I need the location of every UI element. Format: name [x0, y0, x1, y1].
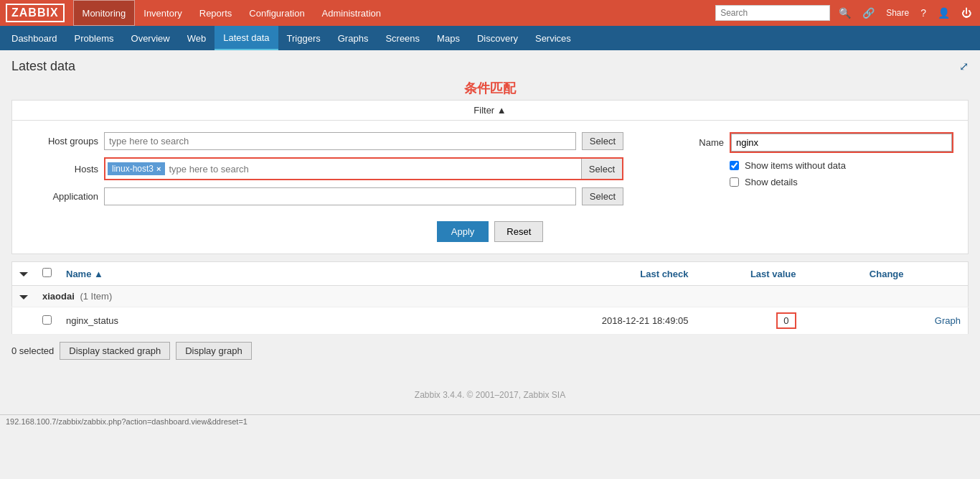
subnav-discovery[interactable]: Discovery — [468, 26, 527, 50]
subnav-services[interactable]: Services — [527, 26, 580, 50]
subnav-dashboard[interactable]: Dashboard — [3, 26, 66, 50]
search-input[interactable] — [715, 5, 830, 21]
hosts-select-button[interactable]: Select — [581, 159, 622, 179]
share-label: Share — [883, 8, 912, 18]
name-field-wrapper — [730, 132, 953, 153]
group-name-cell: xiaodai (1 Item) — [35, 286, 969, 307]
row-last-check: 2018-12-21 18:49:05 — [552, 307, 696, 335]
hosts-row: Hosts linux-host3 × Select — [27, 157, 623, 180]
logo[interactable]: ZABBIX — [6, 4, 65, 22]
subnav-graphs[interactable]: Graphs — [329, 26, 377, 50]
col-action-header — [911, 262, 969, 286]
filter-left: Host groups Select Hosts linux-host3 × — [27, 132, 623, 213]
hosts-field-wrapper: linux-host3 × Select — [104, 157, 623, 180]
name-header-label: Name ▲ — [66, 269, 103, 279]
value-highlighted-0: 0 — [776, 312, 796, 329]
filter-right: Name Show items without data Show detail… — [652, 132, 953, 213]
name-label: Name — [652, 137, 724, 148]
reset-button[interactable]: Reset — [494, 221, 543, 242]
footer-text: Zabbix 3.4.4. © 2001–2017, Zabbix SIA — [415, 390, 565, 400]
group-count: (1 Item) — [80, 291, 112, 302]
filter-actions: Apply Reset — [27, 221, 953, 242]
hosts-search-input[interactable] — [167, 162, 578, 176]
expand-icon[interactable]: ⤢ — [959, 60, 969, 73]
application-input[interactable] — [104, 187, 576, 205]
page-title-row: Latest data ⤢ — [11, 59, 969, 74]
subnav-overview[interactable]: Overview — [123, 26, 179, 50]
help-icon[interactable]: ? — [918, 7, 929, 19]
subnav-latest-data[interactable]: Latest data — [215, 26, 278, 50]
host-groups-select-button[interactable]: Select — [582, 132, 623, 150]
top-nav-items: Monitoring Inventory Reports Configurati… — [73, 0, 716, 26]
select-all-checkbox[interactable] — [42, 268, 52, 277]
nav-configuration[interactable]: Configuration — [240, 0, 313, 26]
nav-inventory[interactable]: Inventory — [135, 0, 190, 26]
display-graph-button[interactable]: Display graph — [176, 342, 252, 360]
display-stacked-graph-button[interactable]: Display stacked graph — [60, 342, 170, 360]
condition-label: 条件匹配 — [11, 80, 969, 97]
nav-reports[interactable]: Reports — [191, 0, 241, 26]
row-last-value: 0 — [696, 307, 804, 335]
subnav-maps[interactable]: Maps — [428, 26, 468, 50]
power-icon[interactable]: ⏻ — [958, 7, 974, 19]
apply-button[interactable]: Apply — [437, 221, 489, 242]
col-last-value-header[interactable]: Last value — [696, 262, 804, 286]
host-tags-container[interactable]: linux-host3 × — [105, 159, 581, 179]
row-checkbox-cell[interactable] — [35, 307, 59, 335]
filter-body: Host groups Select Hosts linux-host3 × — [12, 121, 968, 254]
table-row: nginx_status 2018-12-21 18:49:05 0 Graph — [12, 307, 969, 335]
group-toggle[interactable] — [12, 286, 36, 307]
top-navigation: ZABBIX Monitoring Inventory Reports Conf… — [0, 0, 980, 26]
share-icon[interactable]: 🔗 — [859, 7, 877, 19]
col-toggle[interactable] — [12, 262, 36, 286]
top-nav-right: 🔍 🔗 Share ? 👤 ⏻ — [715, 5, 974, 21]
table-header-row: Name ▲ Last check Last value Change — [12, 262, 969, 286]
filter-rows: Host groups Select Hosts linux-host3 × — [27, 132, 953, 213]
group-toggle-icon — [19, 295, 28, 299]
nav-administration[interactable]: Administration — [314, 0, 390, 26]
row-indent — [12, 307, 36, 335]
show-details-row: Show details — [730, 177, 953, 187]
host-tag-linux-host3: linux-host3 × — [108, 162, 165, 175]
col-name-header[interactable]: Name ▲ — [59, 262, 552, 286]
col-checkbox[interactable] — [35, 262, 59, 286]
group-row-xiaodai: xiaodai (1 Item) — [12, 286, 969, 307]
url-text: 192.168.100.7/zabbix/zabbix.php?action=d… — [6, 417, 248, 426]
row-name-cell: nginx_status — [59, 307, 552, 335]
host-groups-input[interactable] — [104, 132, 576, 150]
search-icon[interactable]: 🔍 — [836, 7, 854, 19]
host-tag-remove-icon[interactable]: × — [156, 164, 161, 173]
page-title: Latest data — [11, 59, 75, 74]
show-details-label: Show details — [745, 177, 798, 187]
nav-monitoring[interactable]: Monitoring — [73, 0, 136, 26]
row-checkbox[interactable] — [42, 315, 52, 325]
footer: Zabbix 3.4.4. © 2001–2017, Zabbix SIA — [0, 376, 980, 414]
group-name: xiaodai — [42, 291, 75, 302]
filter-section: Filter ▲ Host groups Select Hosts — [11, 100, 969, 254]
application-select-button[interactable]: Select — [582, 187, 623, 205]
name-row: Name — [652, 132, 953, 153]
subnav-triggers[interactable]: Triggers — [278, 26, 329, 50]
row-graph-cell[interactable]: Graph — [911, 307, 969, 335]
show-items-label: Show items without data — [745, 160, 846, 171]
host-groups-row: Host groups Select — [27, 132, 623, 150]
sub-navigation: Dashboard Problems Overview Web Latest d… — [0, 26, 980, 50]
host-tag-text: linux-host3 — [112, 164, 154, 174]
filter-header[interactable]: Filter ▲ — [12, 101, 968, 121]
subnav-problems[interactable]: Problems — [66, 26, 123, 50]
graph-link[interactable]: Graph — [935, 315, 961, 326]
selected-count: 0 selected — [11, 345, 54, 356]
application-label: Application — [27, 191, 98, 202]
show-items-checkbox[interactable] — [730, 161, 739, 170]
subnav-screens[interactable]: Screens — [377, 26, 428, 50]
bottom-bar: 0 selected Display stacked graph Display… — [11, 335, 969, 367]
application-row: Application Select — [27, 187, 623, 205]
name-input[interactable] — [731, 134, 952, 152]
data-table: Name ▲ Last check Last value Change xiao… — [11, 261, 969, 335]
address-bar: 192.168.100.7/zabbix/zabbix.php?action=d… — [0, 414, 980, 428]
user-icon[interactable]: 👤 — [935, 7, 953, 19]
subnav-web[interactable]: Web — [179, 26, 215, 50]
col-change-header[interactable]: Change — [804, 262, 911, 286]
show-details-checkbox[interactable] — [730, 177, 739, 187]
col-last-check-header[interactable]: Last check — [552, 262, 696, 286]
